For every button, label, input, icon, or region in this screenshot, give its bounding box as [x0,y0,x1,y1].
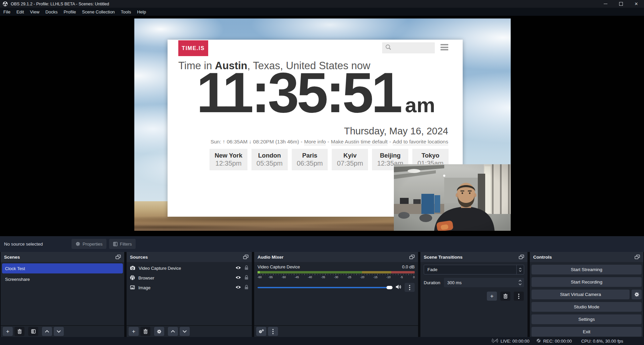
timeis-date: Thursday, May 16, 2024 [344,126,448,137]
controls-dock-header: Controls [530,252,643,262]
sources-dock-header: Sources [127,252,252,262]
volume-meter [258,271,415,273]
timeis-sun-line: Sun: ↑ 06:35AM ↓ 08:20PM (13h 46m)-More … [211,139,448,145]
remove-source-button[interactable] [140,327,150,336]
start-recording-button[interactable]: Start Recording [532,277,642,287]
sources-dock: Sources Video Capture Device Browser [127,252,252,337]
transition-select[interactable]: Fade [424,265,524,274]
title-bar: OBS 29.1.2 - Profile: LLHLS BETA - Scene… [0,0,644,8]
lock-icon[interactable] [244,275,248,281]
exit-button[interactable]: Exit [532,327,642,337]
menu-help[interactable]: Help [134,8,149,16]
move-scene-up-button[interactable] [42,327,52,336]
menu-tools[interactable]: Tools [118,8,134,16]
record-inactive-icon [536,338,541,344]
volume-slider-handle[interactable] [386,286,393,289]
advanced-audio-gears-icon[interactable] [256,327,266,336]
menu-profile[interactable]: Profile [60,8,79,16]
visibility-eye-icon[interactable] [235,275,241,281]
source-item-browser[interactable]: Browser [127,273,252,283]
audio-mixer-dock-header: Audio Mixer [254,252,418,262]
audio-mixer-dock-title: Audio Mixer [258,255,283,260]
mixer-toolbar [254,325,418,337]
virtual-camera-config-button[interactable] [632,290,642,299]
minimize-button[interactable] [598,0,613,8]
city-box: London05:35pm [251,149,288,170]
mixer-channel-menu-button[interactable] [405,283,415,292]
source-properties-gear-button[interactable] [154,327,164,336]
scene-item-clock-test[interactable]: Clock Test [2,263,123,273]
status-bar: LIVE: 00:00:00 REC: 00:00:00 CPU: 0.6%, … [0,337,644,345]
sources-dock-title: Sources [130,255,148,260]
menu-scene-collection[interactable]: Scene Collection [79,8,118,16]
cpu-fps-status: CPU: 0.6%, 30.00 fps [581,339,623,344]
properties-button[interactable]: Properties [72,239,106,249]
duration-spinner[interactable]: 300 ms [444,278,524,287]
mixer-menu-dots-button[interactable] [268,327,278,336]
visibility-eye-icon[interactable] [235,266,241,271]
visibility-eye-icon[interactable] [235,285,241,290]
add-transition-button[interactable]: + [487,292,497,301]
gear-icon [76,242,80,246]
window-title: OBS 29.1.2 - Profile: LLHLS BETA - Scene… [11,2,109,6]
search-icon [385,44,392,52]
live-status: LIVE: 00:00:00 [492,338,530,344]
move-scene-down-button[interactable] [54,327,64,336]
scenes-dock: Scenes Clock Test Screenshare + [1,252,124,337]
city-box: Paris06:35pm [292,149,328,170]
source-item-image[interactable]: Image [127,283,252,293]
popout-icon[interactable] [519,255,524,259]
menu-bar: File Edit View Docks Profile Scene Colle… [0,8,644,16]
add-scene-button[interactable]: + [3,327,13,336]
popout-icon[interactable] [243,255,248,259]
preview-canvas[interactable]: TIME.IS Time in Austin, Texas, United St… [134,18,511,231]
clock-ampm: am [405,93,435,117]
studio-mode-button[interactable]: Studio Mode [532,302,642,312]
maximize-button[interactable] [613,0,629,8]
popout-icon[interactable] [635,255,640,259]
scene-item-screenshare[interactable]: Screenshare [2,274,123,284]
sources-toolbar: + [127,325,252,337]
move-source-up-button[interactable] [168,327,178,336]
settings-button[interactable]: Settings [532,314,642,324]
speaker-icon[interactable] [396,284,402,291]
filters-button[interactable]: Filters [109,239,136,249]
scene-transitions-dock: Scene Transitions Fade Duration 300 ms [420,252,527,337]
scene-filters-button[interactable] [28,327,38,336]
popout-icon[interactable] [116,255,121,259]
duration-value: 300 ms [447,280,462,285]
menu-file[interactable]: File [0,8,13,16]
menu-edit[interactable]: Edit [13,8,27,16]
rec-status: REC: 00:00:00 [536,338,572,344]
audio-mixer-dock: Audio Mixer Video Capture Device 0.0 dB … [254,252,418,337]
transition-properties-dots-button[interactable] [514,292,524,301]
link-add-favorite: Add to favorite locations [393,139,448,145]
transitions-dock-title: Scene Transitions [424,255,463,260]
lock-icon[interactable] [244,285,248,291]
close-button[interactable]: ✕ [629,0,644,8]
spinner-arrows-icon[interactable] [518,278,522,287]
filters-icon [113,242,118,246]
lock-icon[interactable] [244,265,248,271]
clock-time: 11:35:51 [196,64,400,121]
menu-docks[interactable]: Docks [42,8,60,16]
transition-selected-value: Fade [424,267,516,272]
start-virtual-camera-button[interactable]: Start Virtual Camera [532,290,630,299]
controls-dock: Controls Start Streaming Start Recording… [530,252,643,337]
city-box: New York12:35pm [210,149,247,170]
add-source-button[interactable]: + [129,327,139,336]
volume-slider[interactable] [258,287,393,288]
webcam-overlay-source[interactable] [394,164,511,231]
remove-scene-button[interactable] [14,327,25,336]
globe-icon [130,275,135,281]
popout-icon[interactable] [409,255,415,259]
remove-transition-button[interactable] [500,292,510,301]
duration-label: Duration [424,280,441,285]
menu-view[interactable]: View [27,8,42,16]
move-source-down-button[interactable] [180,327,190,336]
meter-scale: -60-55-50-45-40-35-30-25-20-15-10-50 [258,275,415,279]
camera-icon [130,266,135,271]
start-streaming-button[interactable]: Start Streaming [532,265,642,274]
source-item-video-capture[interactable]: Video Capture Device [127,263,252,273]
source-status-text: No source selected [4,236,43,252]
